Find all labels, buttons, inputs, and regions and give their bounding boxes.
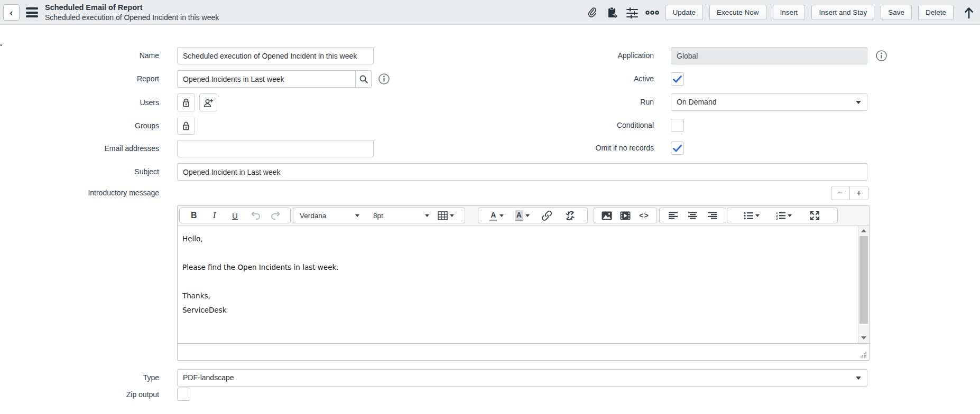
editor-paragraph: Hello, xyxy=(182,232,853,246)
editor-resize-controls: − + xyxy=(831,186,868,200)
back-button[interactable]: ‹ xyxy=(3,4,20,21)
execute-now-button[interactable]: Execute Now xyxy=(709,5,766,20)
report-info-icon[interactable] xyxy=(378,73,390,85)
users-add-me-button[interactable] xyxy=(199,93,217,111)
paperclip-icon[interactable] xyxy=(585,6,599,20)
personalize-form-sliders-icon[interactable] xyxy=(625,6,639,20)
toolbar-group-font: Verdana 8pt xyxy=(293,208,465,223)
omit-if-no-records-checkbox[interactable] xyxy=(671,142,684,155)
editor-resize-grip[interactable] xyxy=(859,352,867,358)
toolbar-group-color-link: A A xyxy=(478,208,588,223)
application-input xyxy=(671,47,867,64)
active-label: Active xyxy=(529,70,654,88)
bullet-list-icon xyxy=(744,212,753,220)
font-size-value: 8pt xyxy=(373,212,383,220)
fullscreen-button[interactable] xyxy=(808,209,821,222)
run-select-value: On Demand xyxy=(677,98,716,106)
remove-link-button[interactable] xyxy=(564,209,577,222)
run-label: Run xyxy=(529,93,654,111)
editor-text: Hello, Please find the Open Incidents in… xyxy=(178,225,869,317)
groups-lock-button[interactable] xyxy=(177,117,195,135)
users-lock-button[interactable] xyxy=(177,93,195,111)
video-icon xyxy=(620,211,631,220)
background-color-button[interactable]: A xyxy=(515,209,530,222)
insert-link-button[interactable] xyxy=(540,209,553,222)
text-color-button[interactable]: A xyxy=(489,209,504,222)
lock-icon xyxy=(181,121,191,131)
editor-scrollbar[interactable] xyxy=(858,225,869,343)
update-button[interactable]: Update xyxy=(665,5,704,20)
svg-text:3: 3 xyxy=(776,217,778,220)
report-input[interactable] xyxy=(177,70,356,88)
type-select[interactable]: PDF-landscape xyxy=(177,369,867,387)
link-icon xyxy=(541,210,552,221)
header-actions: Update Execute Now Insert Insert and Sta… xyxy=(585,0,976,25)
report-lookup-button[interactable] xyxy=(355,70,372,88)
form-body: Name Report Users Groups Email addresses… xyxy=(0,25,980,414)
font-size-select[interactable]: 8pt xyxy=(370,209,432,222)
bullet-list-button[interactable] xyxy=(744,209,760,222)
zip-output-checkbox[interactable] xyxy=(177,388,190,401)
type-select-value: PDF-landscape xyxy=(183,373,234,382)
editor-grow-button[interactable]: + xyxy=(849,186,868,200)
insert-and-stay-button[interactable]: Insert and Stay xyxy=(811,5,874,20)
active-checkbox[interactable] xyxy=(671,72,684,86)
fullscreen-icon xyxy=(810,211,820,221)
zip-output-label: Zip output xyxy=(0,388,159,401)
scroll-to-top-icon[interactable] xyxy=(962,6,976,20)
subject-label: Subject xyxy=(0,163,159,181)
lock-icon xyxy=(181,98,191,108)
page-title: Scheduled Email of Report xyxy=(45,3,219,13)
insert-image-button[interactable] xyxy=(600,209,613,222)
editor-paragraph: Please find the Open Incidents in last w… xyxy=(182,260,853,275)
more-options-icon[interactable] xyxy=(645,6,659,20)
toolbar-group-media: <> xyxy=(594,208,657,223)
scrollbar-down-arrow[interactable] xyxy=(858,333,869,343)
bold-button[interactable]: B xyxy=(188,209,200,222)
person-add-icon xyxy=(203,98,214,108)
type-label: Type xyxy=(0,369,159,387)
form-header: ‹ Scheduled Email of Report Scheduled ex… xyxy=(0,0,980,25)
align-right-button[interactable] xyxy=(706,209,719,222)
source-code-button[interactable]: <> xyxy=(638,209,651,222)
numbered-list-icon: 123 xyxy=(776,211,785,220)
conditional-checkbox[interactable] xyxy=(671,119,684,132)
toolbar-group-lists: 123 xyxy=(727,208,838,223)
search-icon xyxy=(359,74,368,84)
align-left-button[interactable] xyxy=(667,209,679,222)
groups-label: Groups xyxy=(0,117,159,135)
redo-icon[interactable] xyxy=(270,209,282,222)
application-label: Application xyxy=(529,47,654,64)
chevron-down-icon xyxy=(500,214,504,217)
chevron-down-icon xyxy=(788,214,792,217)
chevron-down-icon xyxy=(755,214,760,217)
email-addresses-input[interactable] xyxy=(177,140,374,157)
page-subtitle: Scheduled execution of Opened Incident i… xyxy=(45,13,219,22)
subject-input[interactable] xyxy=(177,163,867,181)
form-context-menu-icon[interactable] xyxy=(26,7,38,18)
font-family-select[interactable]: Verdana xyxy=(297,209,363,222)
undo-icon[interactable] xyxy=(249,209,262,222)
editor-paragraph: Thanks, xyxy=(182,289,853,303)
table-button[interactable] xyxy=(438,209,454,222)
align-left-icon xyxy=(669,212,678,219)
align-center-button[interactable] xyxy=(687,209,699,222)
insert-button[interactable]: Insert xyxy=(773,5,806,20)
font-family-value: Verdana xyxy=(300,212,326,220)
clipboard-copy-icon[interactable] xyxy=(605,6,619,20)
name-input[interactable] xyxy=(177,47,374,64)
insert-media-button[interactable] xyxy=(619,209,632,222)
header-titles: Scheduled Email of Report Scheduled exec… xyxy=(45,3,219,22)
numbered-list-button[interactable]: 123 xyxy=(776,209,792,222)
application-info-icon[interactable] xyxy=(875,50,887,62)
run-select[interactable]: On Demand xyxy=(671,93,867,111)
save-button[interactable]: Save xyxy=(881,5,912,20)
underline-button[interactable]: U xyxy=(228,209,241,222)
scrollbar-thumb[interactable] xyxy=(859,236,868,324)
editor-shrink-button[interactable]: − xyxy=(831,186,850,200)
editor-content-area[interactable]: Hello, Please find the Open Incidents in… xyxy=(178,225,869,343)
scrollbar-up-arrow[interactable] xyxy=(858,226,869,236)
delete-button[interactable]: Delete xyxy=(918,5,954,20)
italic-button[interactable]: I xyxy=(208,209,221,222)
introductory-message-editor: B I U Verdana 8pt xyxy=(177,205,870,361)
